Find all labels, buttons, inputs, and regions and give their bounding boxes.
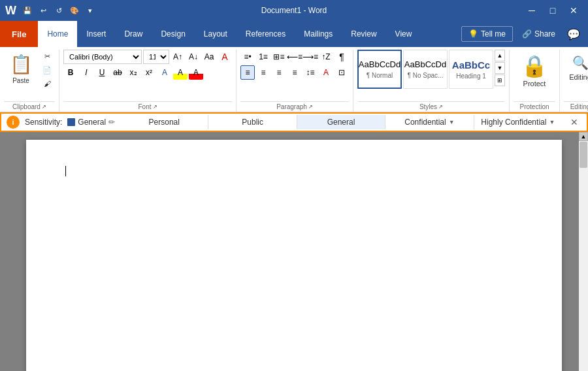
change-case-button[interactable]: Aa xyxy=(202,50,216,64)
document-page[interactable] xyxy=(26,140,562,371)
sensitivity-public[interactable]: Public xyxy=(208,115,297,129)
font-color-button[interactable]: A xyxy=(189,65,203,80)
align-left-button[interactable]: ≡ xyxy=(240,65,255,80)
shading-button[interactable]: A xyxy=(319,65,333,80)
paragraph-expand-icon[interactable]: ↗ xyxy=(308,104,313,110)
paragraph-row-1: ≡• 1≡ ⊞≡ ⟵≡ ⟶≡ ↑Z ¶ xyxy=(240,50,349,64)
editing-group-label: Editing xyxy=(564,101,588,112)
align-center-button[interactable]: ≡ xyxy=(256,65,270,80)
subscript-button[interactable]: x₂ xyxy=(126,65,140,80)
sensitivity-confidential[interactable]: Confidential ▼ xyxy=(385,115,474,129)
tab-mailings[interactable]: Mailings xyxy=(295,21,342,47)
tab-home[interactable]: Home xyxy=(38,21,77,47)
paragraph-group-name: Paragraph xyxy=(276,103,307,110)
ribbon-group-styles: AaBbCcDd ¶ Normal AaBbCcDd ¶ No Spac... … xyxy=(353,50,510,112)
tab-references[interactable]: References xyxy=(237,21,295,47)
dropdown-button[interactable]: ▾ xyxy=(83,3,97,18)
tab-insert[interactable]: Insert xyxy=(77,21,115,47)
sensitivity-personal[interactable]: Personal xyxy=(120,115,208,129)
title-bar: W 💾 ↩ ↺ 🎨 ▾ Document1 - Word ─ □ ✕ xyxy=(0,0,588,21)
tab-layout[interactable]: Layout xyxy=(195,21,237,47)
italic-button[interactable]: I xyxy=(79,65,93,80)
minimize-button[interactable]: ─ xyxy=(523,1,541,20)
sensitivity-info-icon: i xyxy=(7,116,20,129)
sensitivity-general[interactable]: General xyxy=(297,115,385,129)
document-area[interactable] xyxy=(0,132,588,371)
sensitivity-edit-button[interactable]: ✏ xyxy=(108,118,115,127)
shield-icon: 🔒 xyxy=(521,54,547,78)
bold-button[interactable]: B xyxy=(63,65,78,80)
font-name-select[interactable]: Calibri (Body) xyxy=(63,50,142,64)
numbering-button[interactable]: 1≡ xyxy=(256,50,270,64)
clipboard-expand-icon[interactable]: ↗ xyxy=(42,104,46,110)
clear-formatting-button[interactable]: A xyxy=(218,50,232,64)
style-heading1[interactable]: AaBbCc Heading 1 xyxy=(449,50,493,89)
style-no-spacing[interactable]: AaBbCcDd ¶ No Spac... xyxy=(403,50,448,89)
highlight-button[interactable]: A xyxy=(173,65,188,80)
text-effects-button[interactable]: A xyxy=(157,65,172,80)
scroll-up-button[interactable]: ▲ xyxy=(579,132,588,141)
align-right-button[interactable]: ≡ xyxy=(272,65,286,80)
increase-indent-button[interactable]: ⟶≡ xyxy=(303,50,318,64)
borders-button[interactable]: ⊡ xyxy=(335,65,349,80)
font-expand-icon[interactable]: ↗ xyxy=(153,104,157,110)
customize-button[interactable]: 🎨 xyxy=(67,3,82,18)
lightbulb-icon: 💡 xyxy=(468,29,478,39)
multilevel-button[interactable]: ⊞≡ xyxy=(272,50,286,64)
ribbon-group-protection: 🔒 Protect Protection xyxy=(510,50,560,112)
cut-button[interactable]: ✂ xyxy=(39,50,55,63)
no-spacing-label: ¶ No Spac... xyxy=(408,72,444,79)
tab-view[interactable]: View xyxy=(386,21,421,47)
styles-scroll-controls: ▲ ▼ ⊞ xyxy=(495,50,505,86)
redo-button[interactable]: ↺ xyxy=(52,3,66,18)
sort-button[interactable]: ↑Z xyxy=(319,50,333,64)
copy-button[interactable]: 📄 xyxy=(39,63,55,76)
sensitivity-bar-close-button[interactable]: ✕ xyxy=(567,115,581,129)
strikethrough-button[interactable]: ab xyxy=(110,65,125,80)
protect-button[interactable]: 🔒 Protect xyxy=(514,50,555,91)
scroll-thumb[interactable] xyxy=(580,142,587,168)
comments-button[interactable]: 💬 xyxy=(564,25,583,43)
style-normal[interactable]: AaBbCcDd ¶ Normal xyxy=(357,50,402,89)
share-button[interactable]: 🔗 Share xyxy=(515,27,562,41)
show-marks-button[interactable]: ¶ xyxy=(335,50,349,64)
bullets-button[interactable]: ≡• xyxy=(240,50,255,64)
tab-review[interactable]: Review xyxy=(342,21,385,47)
save-button[interactable]: 💾 xyxy=(20,3,35,18)
superscript-button[interactable]: x² xyxy=(142,65,156,80)
file-tab[interactable]: File xyxy=(0,21,38,47)
sensitivity-highly-confidential[interactable]: Highly Confidential ▼ xyxy=(474,115,562,129)
normal-preview: AaBbCcDd xyxy=(359,59,400,71)
justify-button[interactable]: ≡ xyxy=(287,65,302,80)
word-logo-icon: W xyxy=(5,4,16,18)
underline-button[interactable]: U xyxy=(95,65,109,80)
decrease-font-button[interactable]: A↓ xyxy=(186,50,201,64)
tab-design[interactable]: Design xyxy=(152,21,194,47)
text-cursor xyxy=(65,166,66,176)
styles-expand[interactable]: ⊞ xyxy=(495,74,505,86)
menu-tabs: Home Insert Draw Design Layout Reference… xyxy=(38,21,421,47)
editing-button[interactable]: 🔍 Editing xyxy=(564,50,588,84)
decrease-indent-button[interactable]: ⟵≡ xyxy=(287,50,302,64)
font-size-select[interactable]: 11 xyxy=(143,50,169,64)
restore-button[interactable]: □ xyxy=(544,1,562,20)
share-icon: 🔗 xyxy=(522,29,532,39)
clipboard-content: 📋 Paste ✂ 📄 🖌 xyxy=(4,50,55,101)
styles-scroll-up[interactable]: ▲ xyxy=(495,50,505,61)
undo-button[interactable]: ↩ xyxy=(36,3,50,18)
scroll-track[interactable] xyxy=(579,141,588,371)
close-button[interactable]: ✕ xyxy=(564,1,583,20)
paste-button[interactable]: 📋 Paste xyxy=(4,50,38,87)
highly-confidential-dropdown-icon: ▼ xyxy=(549,119,555,125)
styles-scroll-down[interactable]: ▼ xyxy=(495,62,505,74)
sensitivity-options: Personal Public General Confidential ▼ H… xyxy=(120,115,562,129)
increase-font-button[interactable]: A↑ xyxy=(171,50,185,64)
styles-expand-icon[interactable]: ↗ xyxy=(438,104,443,110)
heading1-label: Heading 1 xyxy=(456,73,486,80)
tell-me-box[interactable]: 💡 Tell me xyxy=(461,26,513,42)
window-controls: ─ □ ✕ xyxy=(523,1,583,20)
format-painter-button[interactable]: 🖌 xyxy=(39,77,55,90)
line-spacing-button[interactable]: ↕≡ xyxy=(303,65,318,80)
font-row-2: B I U ab x₂ x² A A A xyxy=(63,65,203,80)
tab-draw[interactable]: Draw xyxy=(115,21,152,47)
